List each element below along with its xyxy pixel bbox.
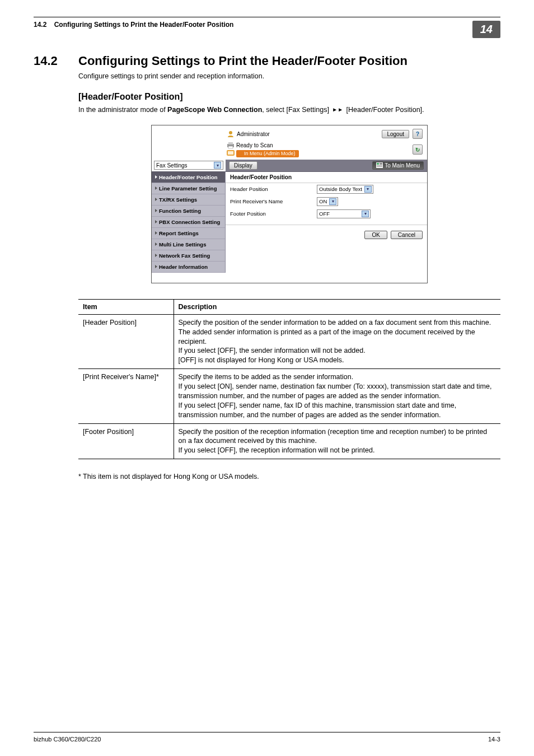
footer-page-number: 14-3 xyxy=(488,736,500,743)
to-main-menu-button[interactable]: To Main Menu xyxy=(372,161,424,170)
svg-point-0 xyxy=(229,131,232,134)
table-cell-item: [Footer Position] xyxy=(78,423,174,459)
screenshot: Administrator Logout ? Ready to Scan xyxy=(151,125,428,283)
intro-text: Configure settings to print sender and r… xyxy=(78,72,500,82)
svg-rect-3 xyxy=(228,146,233,148)
table-row: [Print Receiver's Name]* Specify the ite… xyxy=(78,369,500,423)
menu-icon xyxy=(376,162,383,168)
page-footer: bizhub C360/C280/C220 14-3 xyxy=(34,732,500,743)
main-heading: 14.2 Configuring Settings to Print the H… xyxy=(34,54,500,68)
sidebar-item-multi-line[interactable]: Multi Line Settings xyxy=(152,239,225,250)
footer-product: bizhub C360/C280/C220 xyxy=(34,736,101,743)
ok-button[interactable]: OK xyxy=(364,231,387,239)
table-cell-item: [Header Position] xyxy=(78,314,174,368)
administrator-label: Administrator xyxy=(237,131,270,137)
sub-heading: [Header/Footer Position] xyxy=(78,92,500,102)
help-button[interactable]: ? xyxy=(413,129,423,139)
heading-number: 14.2 xyxy=(34,54,78,68)
table-head-desc: Description xyxy=(174,299,500,314)
triangle-icon xyxy=(155,231,157,235)
description-table: Item Description [Header Position] Speci… xyxy=(78,299,500,459)
status-ready: Ready to Scan xyxy=(236,142,273,149)
chevron-down-icon: ▾ xyxy=(214,162,221,169)
table-row: [Footer Position] Specify the position o… xyxy=(78,423,500,459)
triangle-icon xyxy=(155,265,157,268)
sidebar-item-header-info[interactable]: Header Information xyxy=(152,262,225,273)
svg-rect-10 xyxy=(377,166,382,167)
triangle-icon xyxy=(155,242,157,246)
sidebar-item-pbx[interactable]: PBX Connection Setting xyxy=(152,217,225,228)
chevron-down-icon: ▾ xyxy=(362,211,369,217)
sidebar-item-txrx[interactable]: TX/RX Settings xyxy=(152,194,225,206)
row-label: Header Position xyxy=(230,186,317,192)
svg-rect-7 xyxy=(377,163,379,165)
triangle-icon xyxy=(155,198,157,201)
triangle-icon xyxy=(155,254,157,257)
content-title: Header/Footer Position xyxy=(226,172,427,183)
table-cell-item: [Print Receiver's Name]* xyxy=(78,369,174,423)
chapter-badge: 14 xyxy=(472,21,500,38)
header-section-number: 14.2 xyxy=(34,21,46,29)
display-button[interactable]: Display xyxy=(229,161,257,170)
svg-rect-5 xyxy=(228,151,233,155)
svg-rect-9 xyxy=(377,165,382,166)
sidebar: Header/Footer Position Line Parameter Se… xyxy=(152,172,226,273)
triangle-icon xyxy=(155,175,157,179)
screen-icon xyxy=(227,150,235,157)
header-section-title: Configuring Settings to Print the Header… xyxy=(54,21,234,29)
row-label: Footer Position xyxy=(230,211,317,217)
footnote: * This item is not displayed for Hong Ko… xyxy=(78,473,500,480)
table-cell-desc: Specify the items to be added as the sen… xyxy=(174,369,500,423)
table-cell-desc: Specify the position of the reception in… xyxy=(174,423,500,459)
printer-icon xyxy=(227,142,235,149)
refresh-button[interactable]: ↻ xyxy=(413,144,423,155)
footer-position-select[interactable]: OFF ▾ xyxy=(317,209,371,218)
triangle-icon xyxy=(155,186,157,190)
sidebar-item-function[interactable]: Function Setting xyxy=(152,206,225,217)
category-select[interactable]: Fax Settings ▾ xyxy=(154,161,223,170)
chevron-down-icon: ▾ xyxy=(364,186,372,193)
sidebar-item-header-footer[interactable]: Header/Footer Position xyxy=(152,172,225,183)
status-mode: In Menu (Admin Mode) xyxy=(236,150,299,157)
sidebar-item-report[interactable]: Report Settings xyxy=(152,228,225,239)
table-head-item: Item xyxy=(78,299,174,314)
chevron-down-icon: ▾ xyxy=(329,198,336,205)
triangle-icon xyxy=(155,209,157,212)
heading-title: Configuring Settings to Print the Header… xyxy=(78,54,407,68)
print-receiver-select[interactable]: ON ▾ xyxy=(317,197,338,206)
svg-rect-8 xyxy=(380,163,382,165)
instruction-text: In the administrator mode of PageScope W… xyxy=(78,105,500,115)
table-row: [Header Position] Specify the position o… xyxy=(78,314,500,368)
administrator-icon xyxy=(227,130,235,138)
triangle-icon xyxy=(155,220,157,223)
row-label: Print Receiver's Name xyxy=(230,198,317,204)
table-cell-desc: Specify the position of the sender infor… xyxy=(174,314,500,368)
page-header: 14.2 Configuring Settings to Print the H… xyxy=(34,21,500,38)
svg-rect-2 xyxy=(228,142,233,144)
arrow-icon: ►► xyxy=(332,106,343,114)
cancel-button[interactable]: Cancel xyxy=(391,231,423,239)
sidebar-item-network-fax[interactable]: Network Fax Setting xyxy=(152,250,225,262)
header-position-select[interactable]: Outside Body Text ▾ xyxy=(317,185,373,194)
logout-button[interactable]: Logout xyxy=(382,130,409,138)
sidebar-item-line-parameter[interactable]: Line Parameter Setting xyxy=(152,183,225,194)
